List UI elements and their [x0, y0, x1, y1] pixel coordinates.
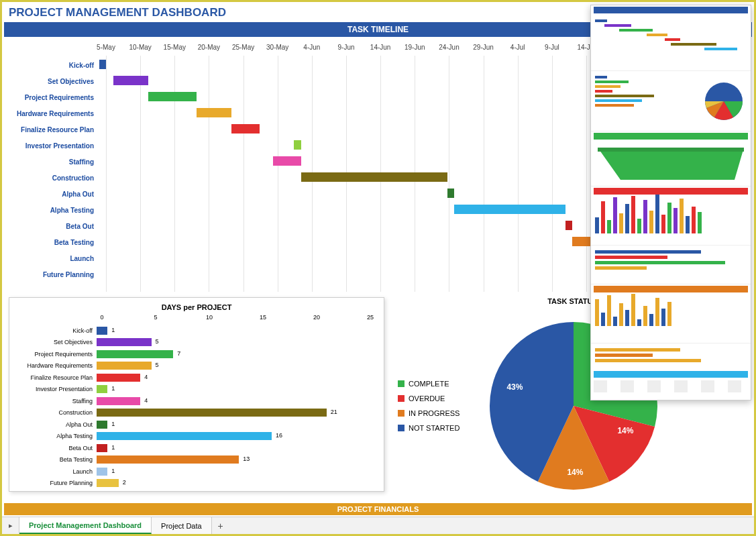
add-sheet-button[interactable]: +: [212, 517, 229, 534]
days-label: Future Planning: [16, 480, 97, 486]
days-label: Set Objectives: [16, 339, 97, 345]
gantt-x-tick: 19-Jun: [404, 44, 425, 51]
days-value: 2: [123, 479, 126, 486]
days-value: 13: [243, 455, 250, 462]
days-row: Investor Presentation1: [16, 384, 377, 396]
gantt-bar: [113, 76, 148, 85]
days-value: 4: [144, 397, 148, 404]
legend-not-started: NOT STARTED: [398, 421, 460, 435]
days-bar: [97, 350, 173, 358]
days-bar: [97, 374, 140, 382]
pie-label-in-progress: 14%: [567, 468, 583, 477]
gantt-task-label: Launch: [2, 255, 99, 262]
days-label: Investor Presentation: [16, 386, 97, 392]
days-label: Alpha Testing: [16, 433, 97, 439]
days-row: Project Requirements7: [16, 348, 377, 360]
days-label: Beta Testing: [16, 456, 97, 463]
gantt-row: Launch: [2, 250, 586, 266]
days-row: Beta Testing13: [16, 454, 377, 466]
gantt-task-label: Alpha Out: [2, 191, 99, 198]
gantt-row: Finalize Resource Plan: [2, 121, 586, 138]
gantt-task-label: Staffing: [2, 158, 99, 166]
gantt-x-tick: 30-May: [266, 44, 288, 51]
days-value: 5: [156, 362, 159, 368]
days-x-tick: 20: [313, 314, 320, 321]
days-label: Kick-off: [16, 327, 97, 334]
gantt-task-label: Investor Presentation: [2, 142, 99, 150]
days-bar: [97, 468, 107, 476]
legend-complete: COMPLETE: [398, 376, 460, 391]
gantt-row: Kick-off: [2, 57, 586, 73]
gantt-bar: [197, 108, 231, 117]
gantt-task-label: Finalize Resource Plan: [2, 126, 99, 133]
days-row: Kick-off1: [16, 325, 377, 337]
gantt-x-tick: 9-Jun: [337, 44, 354, 51]
gantt-bar: [294, 140, 301, 150]
days-row: Alpha Out1: [16, 419, 377, 431]
days-bar: [97, 479, 119, 487]
gantt-row: Hardware Requirements: [2, 105, 586, 121]
days-row: Construction21: [16, 407, 377, 419]
gantt-task-label: Construction: [2, 174, 99, 182]
gantt-row: Future Planning: [2, 266, 586, 282]
gantt-row: Alpha Out: [2, 186, 586, 202]
gantt-row: Construction: [2, 170, 586, 186]
gantt-row: Beta Out: [2, 218, 586, 234]
tab-nav-button[interactable]: ▸: [2, 517, 19, 534]
days-value: 1: [111, 421, 115, 427]
days-bar: [97, 397, 140, 405]
days-value: 5: [156, 338, 159, 345]
days-value: 1: [111, 327, 115, 333]
days-row: Finalize Resource Plan4: [16, 372, 377, 384]
gantt-x-tick: 20-May: [198, 44, 220, 51]
gantt-task-label: Hardware Requirements: [2, 110, 99, 117]
gantt-x-tick: 4-Jul: [510, 44, 525, 51]
days-bar: [97, 362, 152, 370]
days-value: 1: [111, 385, 115, 392]
svg-marker-2: [598, 148, 744, 152]
gantt-bar: [301, 172, 447, 182]
days-x-tick: 0: [100, 314, 103, 321]
gantt-x-tick: 9-Jul: [545, 44, 559, 51]
gantt-task-label: Project Requirements: [2, 94, 99, 101]
gantt-x-tick: 25-May: [232, 44, 254, 51]
gantt-row: Set Objectives: [2, 73, 586, 89]
days-label: Project Requirements: [16, 351, 97, 358]
gantt-bar: [231, 124, 259, 133]
thumb-pie-icon: [704, 81, 744, 121]
days-value: 1: [111, 468, 115, 474]
gantt-row: Alpha Testing: [2, 202, 586, 218]
days-label: Beta Out: [16, 445, 97, 451]
gantt-x-tick: 10-May: [129, 44, 151, 51]
gantt-task-label: Beta Testing: [2, 239, 99, 246]
days-row: Launch1: [16, 466, 377, 478]
gantt-x-tick: 24-Jun: [439, 44, 460, 51]
gantt-bar: [99, 60, 106, 69]
thumb-funnel-icon: [594, 144, 748, 184]
gantt-x-tick: 15-May: [164, 44, 186, 51]
financials-banner: PROJECT FINANCIALS: [4, 503, 752, 515]
days-bar: [97, 421, 107, 429]
legend-in-progress: IN PROGRESS: [398, 406, 460, 421]
days-bar: [97, 385, 107, 393]
pie-label-not-started: 43%: [506, 382, 523, 392]
days-bar: [97, 409, 327, 417]
days-bar: [97, 432, 272, 440]
gantt-x-tick: 29-Jun: [473, 44, 494, 51]
days-x-tick: 5: [154, 314, 157, 321]
days-per-project-chart: DAYS per PROJECT 0510152025 Kick-off1Set…: [9, 297, 384, 492]
days-bar: [97, 327, 107, 335]
days-label: Hardware Requirements: [16, 362, 97, 369]
gantt-bar: [273, 156, 301, 166]
gantt-x-tick: 5-May: [97, 44, 115, 51]
tab-project-management-dashboard[interactable]: Project Management Dashboard: [19, 517, 152, 534]
tab-project-data[interactable]: Project Data: [152, 517, 212, 534]
days-bar: [97, 455, 239, 464]
gantt-bar: [454, 205, 565, 214]
days-value: 1: [111, 444, 115, 451]
gantt-row: Investor Presentation: [2, 138, 586, 154]
days-bar: [97, 338, 152, 346]
days-row: Set Objectives5: [16, 337, 377, 349]
gantt-x-tick: 4-Jun: [303, 44, 320, 51]
days-value: 4: [144, 374, 148, 380]
